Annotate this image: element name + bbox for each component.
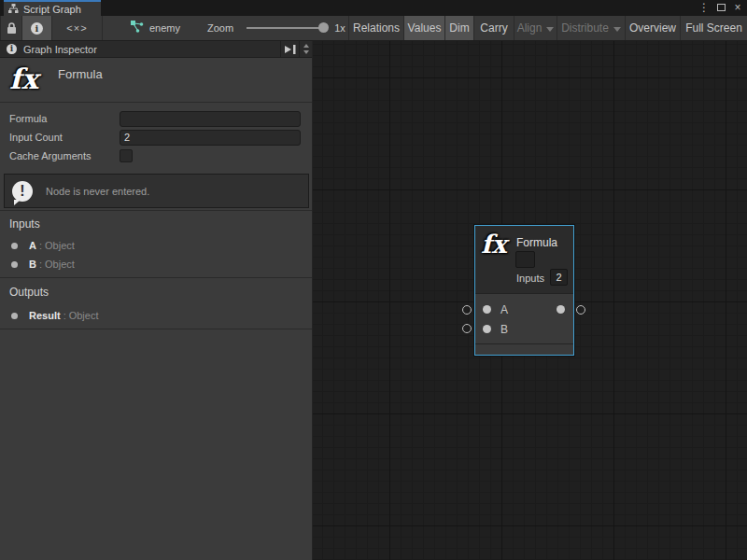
relations-label: Relations [353, 21, 400, 35]
info-icon: i [7, 44, 17, 54]
external-port-ring-result[interactable] [576, 305, 585, 315]
graph-name-label: enemy [149, 22, 180, 34]
graph-toolbar: i <×> enemy Zoom 1x Relations Values Dim… [0, 16, 747, 41]
external-port-ring-b[interactable] [462, 324, 472, 333]
cache-arguments-label: Cache Arguments [9, 148, 91, 163]
values-label: Values [408, 21, 442, 35]
divider [0, 329, 312, 329]
lock-button[interactable] [0, 16, 22, 40]
port-separator: : [39, 259, 42, 270]
full-screen-label: Full Screen [685, 21, 742, 35]
align-button: Align [514, 16, 557, 40]
port-type: Object [69, 310, 99, 321]
port-separator: : [63, 310, 66, 321]
formula-field-label: Formula [9, 111, 47, 126]
port-row-result: Result : Object [0, 308, 312, 323]
graph-asset-icon [131, 21, 144, 35]
window-maximize-button[interactable] [714, 1, 727, 15]
window-menu-button[interactable]: ⋮ [698, 1, 711, 15]
info-icon: i [31, 22, 43, 35]
input-port-a[interactable] [483, 305, 491, 314]
port-name: B [29, 259, 36, 270]
formula-fx-icon: fx [481, 230, 507, 259]
outputs-section-title: Outputs [9, 286, 49, 299]
overview-button[interactable]: Overview [626, 16, 681, 40]
formula-input[interactable] [120, 111, 301, 127]
values-button[interactable]: Values [404, 16, 445, 40]
input-count-input[interactable]: 2 [120, 130, 301, 146]
window-controls: ⋮ × [698, 0, 744, 16]
inspector-toggle-button[interactable]: i [22, 16, 52, 40]
node-port-label: A [500, 303, 508, 316]
lock-icon [7, 22, 17, 35]
node-formula-input[interactable] [515, 251, 535, 268]
port-type: Object [45, 259, 75, 270]
node-port-label: B [500, 323, 508, 336]
warning-text: Node is never entered. [46, 186, 149, 197]
zoom-label: Zoom [207, 22, 233, 34]
main-area: i Graph Inspector fx Formula Formula Inp… [0, 41, 747, 560]
divider [0, 210, 312, 211]
port-dot-icon [11, 261, 18, 268]
formula-node-header[interactable]: fx Formula Inputs 2 [475, 226, 573, 294]
port-name: Result [29, 310, 61, 321]
formula-fx-icon: fx [9, 58, 38, 101]
formula-node[interactable]: fx Formula Inputs 2 A B [474, 225, 574, 356]
cache-arguments-checkbox[interactable] [120, 149, 133, 162]
graph-breadcrumb[interactable]: enemy [131, 16, 180, 40]
zoom-slider[interactable] [247, 27, 327, 29]
dim-label: Dim [449, 21, 469, 35]
carry-label: Carry [480, 21, 507, 35]
unit-header: fx Formula [0, 58, 312, 103]
inspector-header: i Graph Inspector [0, 41, 312, 58]
unit-title: Formula [58, 67, 103, 81]
node-title: Formula [516, 236, 557, 249]
code-preview-button[interactable]: <×> [52, 16, 103, 40]
formula-node-body: A B [475, 294, 573, 343]
port-row-b: B : Object [0, 257, 312, 272]
maximize-icon [717, 4, 726, 11]
port-dot-icon [11, 313, 18, 319]
tab-title: Script Graph [23, 4, 81, 15]
port-dot-icon [11, 243, 18, 249]
chevron-down-icon [546, 27, 554, 32]
graph-hierarchy-icon [8, 4, 19, 14]
carry-button[interactable]: Carry [474, 16, 514, 40]
panel-scroll-stepper[interactable] [299, 41, 312, 57]
node-input-count-field[interactable]: 2 [550, 269, 568, 286]
dock-panel-button[interactable] [280, 41, 299, 57]
dock-right-icon [285, 45, 296, 54]
formula-node-footer [475, 343, 573, 354]
overview-label: Overview [629, 21, 676, 35]
divider [0, 277, 312, 278]
chevron-down-icon [613, 27, 621, 32]
node-input-row-b: B [475, 319, 573, 339]
port-row-a: A : Object [0, 238, 312, 253]
relations-button[interactable]: Relations [348, 16, 404, 40]
zoom-value: 1x [334, 22, 345, 34]
warning-bubble-icon: ! [12, 181, 33, 202]
port-separator: : [39, 240, 42, 251]
inputs-section-title: Inputs [9, 217, 40, 231]
node-inputs-label: Inputs [516, 273, 544, 284]
dim-button[interactable]: Dim [445, 16, 474, 40]
window-close-button[interactable]: × [731, 1, 744, 15]
inspector-title: Graph Inspector [23, 44, 280, 55]
input-port-b[interactable] [483, 325, 491, 333]
distribute-label: Distribute [561, 21, 609, 35]
zoom-slider-handle[interactable] [318, 22, 329, 33]
external-port-ring-a[interactable] [462, 305, 472, 315]
full-screen-button[interactable]: Full Screen [681, 16, 747, 40]
output-port-result[interactable] [557, 305, 565, 314]
zoom-control: Zoom 1x [207, 16, 345, 40]
arrow-up-icon [303, 44, 309, 48]
tab-script-graph[interactable]: Script Graph [4, 0, 101, 16]
graph-canvas[interactable]: fx Formula Inputs 2 A B [313, 41, 747, 560]
port-type: Object [45, 240, 75, 251]
warning-box: ! Node is never entered. [4, 174, 309, 208]
port-name: A [29, 240, 36, 251]
arrow-down-icon [303, 50, 309, 54]
input-count-label: Input Count [9, 130, 63, 145]
tab-bar: Script Graph ⋮ × [0, 0, 747, 16]
distribute-button: Distribute [557, 16, 626, 40]
